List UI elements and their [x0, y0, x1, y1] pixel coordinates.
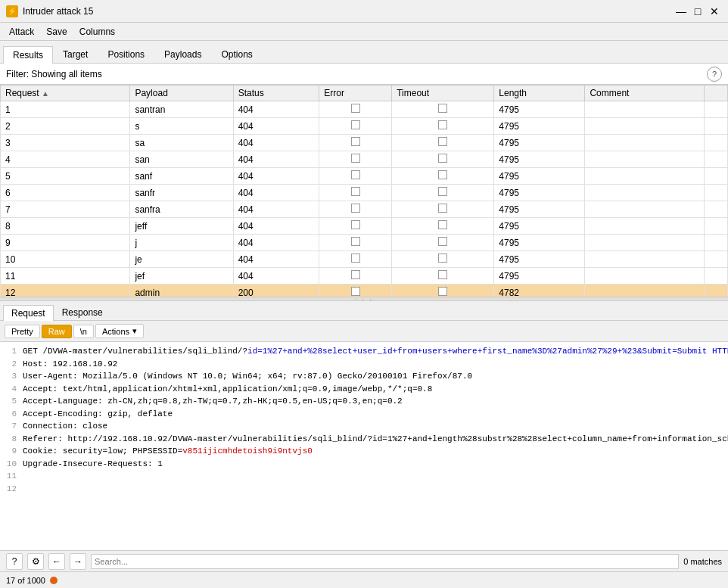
table-row[interactable]: 7 sanfra 404 4795	[1, 201, 728, 218]
cell-error	[319, 101, 392, 118]
line-content: Upgrade-Insecure-Requests: 1	[23, 458, 163, 471]
cell-status: 404	[233, 101, 319, 118]
maximize-button[interactable]: □	[690, 4, 705, 19]
table-row[interactable]: 5 sanf 404 4795	[1, 168, 728, 185]
cell-comment	[585, 135, 704, 151]
line-number: 9	[5, 445, 17, 458]
col-extra	[704, 86, 727, 101]
cell-comment	[585, 168, 704, 185]
cell-status: 404	[233, 151, 319, 168]
line-number: 3	[5, 370, 17, 383]
cell-timeout	[392, 168, 494, 185]
col-comment: Comment	[585, 86, 704, 101]
code-line: 11	[5, 470, 723, 483]
back-button[interactable]: ←	[48, 553, 65, 570]
cell-status: 404	[233, 235, 319, 251]
cell-payload: sanfr	[130, 185, 233, 201]
table-row[interactable]: 3 sa 404 4795	[1, 135, 728, 151]
col-error: Error	[319, 86, 392, 101]
tab-options[interactable]: Options	[211, 45, 262, 63]
cell-timeout	[392, 218, 494, 235]
menu-columns[interactable]: Columns	[73, 25, 121, 39]
table-row[interactable]: 9 j 404 4795	[1, 235, 728, 251]
cell-id: 10	[1, 251, 130, 268]
line-content: Cookie: security=low; PHPSESSID=v851ijic…	[23, 445, 313, 458]
cell-id: 4	[1, 151, 130, 168]
cell-comment	[585, 285, 704, 297]
cell-payload: sanf	[130, 168, 233, 185]
tab-results[interactable]: Results	[3, 46, 53, 64]
search-input[interactable]	[91, 554, 679, 569]
cell-payload: j	[130, 235, 233, 251]
code-line: 7Connection: close	[5, 420, 723, 433]
col-payload: Payload	[130, 86, 233, 101]
code-line: 10Upgrade-Insecure-Requests: 1	[5, 458, 723, 471]
cell-error	[319, 168, 392, 185]
cell-error	[319, 268, 392, 285]
table-row[interactable]: 8 jeff 404 4795	[1, 218, 728, 235]
request-toolbar: Pretty Raw \n Actions ▾	[0, 321, 728, 342]
cell-timeout	[392, 201, 494, 218]
cell-id: 12	[1, 285, 130, 297]
cell-length: 4795	[494, 201, 585, 218]
cell-id: 7	[1, 201, 130, 218]
window-title: Intruder attack 15	[23, 6, 93, 17]
upper-panel: Request ▲ Payload Status Error Timeout L…	[0, 85, 728, 297]
table-row[interactable]: 4 san 404 4795	[1, 151, 728, 168]
pretty-button[interactable]: Pretty	[5, 325, 40, 338]
code-line: 12	[5, 483, 723, 496]
cell-id: 6	[1, 185, 130, 201]
table-row[interactable]: 11 jef 404 4795	[1, 268, 728, 285]
table-row[interactable]: 10 je 404 4795	[1, 251, 728, 268]
raw-button[interactable]: Raw	[42, 325, 72, 338]
line-number: 2	[5, 358, 17, 371]
lower-area: Request Response Pretty Raw \n Actions ▾…	[0, 301, 728, 588]
table-row[interactable]: 6 sanfr 404 4795	[1, 185, 728, 201]
code-line: 1GET /DVWA-master/vulnerabilities/sqli_b…	[5, 345, 723, 358]
actions-button[interactable]: Actions ▾	[95, 324, 144, 338]
cell-length: 4795	[494, 251, 585, 268]
tab-request[interactable]: Request	[3, 305, 54, 321]
col-request[interactable]: Request ▲	[1, 86, 130, 101]
table-row[interactable]: 1 santran 404 4795	[1, 101, 728, 118]
close-button[interactable]: ✕	[707, 4, 722, 19]
cell-id: 11	[1, 268, 130, 285]
menu-save[interactable]: Save	[40, 25, 73, 39]
line-content: Host: 192.168.10.92	[23, 358, 117, 371]
cell-comment	[585, 235, 704, 251]
table-row[interactable]: 2 s 404 4795	[1, 118, 728, 135]
cell-error	[319, 235, 392, 251]
help-button[interactable]: ?	[6, 553, 23, 570]
title-bar: ⚡ Intruder attack 15 — □ ✕	[0, 0, 728, 23]
cell-status: 200	[233, 285, 319, 297]
cell-id: 9	[1, 235, 130, 251]
ln-button[interactable]: \n	[73, 325, 94, 338]
cell-length: 4795	[494, 135, 585, 151]
tab-payloads[interactable]: Payloads	[154, 45, 211, 63]
cell-extra	[704, 218, 727, 235]
results-table-container[interactable]: Request ▲ Payload Status Error Timeout L…	[0, 85, 728, 297]
tab-response[interactable]: Response	[54, 304, 111, 320]
cell-comment	[585, 185, 704, 201]
forward-button[interactable]: →	[70, 553, 86, 570]
menu-attack[interactable]: Attack	[3, 25, 40, 39]
cell-timeout	[392, 118, 494, 135]
cell-length: 4795	[494, 218, 585, 235]
filter-help-button[interactable]: ?	[707, 67, 722, 82]
minimize-button[interactable]: —	[674, 4, 689, 19]
code-line: 6Accept-Encoding: gzip, deflate	[5, 408, 723, 421]
cell-timeout	[392, 135, 494, 151]
settings-button[interactable]: ⚙	[27, 553, 44, 570]
tab-positions[interactable]: Positions	[98, 45, 154, 63]
progress-text: 17 of 1000	[6, 576, 45, 585]
cell-id: 2	[1, 118, 130, 135]
match-count: 0 matches	[683, 557, 722, 566]
cell-timeout	[392, 151, 494, 168]
cell-timeout	[392, 185, 494, 201]
request-code-area[interactable]: 1GET /DVWA-master/vulnerabilities/sqli_b…	[0, 342, 728, 550]
cell-payload: sanfra	[130, 201, 233, 218]
tab-target[interactable]: Target	[53, 45, 98, 63]
progress-bar: 17 of 1000	[0, 571, 728, 588]
title-bar-left: ⚡ Intruder attack 15	[6, 5, 93, 17]
cell-payload: santran	[130, 101, 233, 118]
